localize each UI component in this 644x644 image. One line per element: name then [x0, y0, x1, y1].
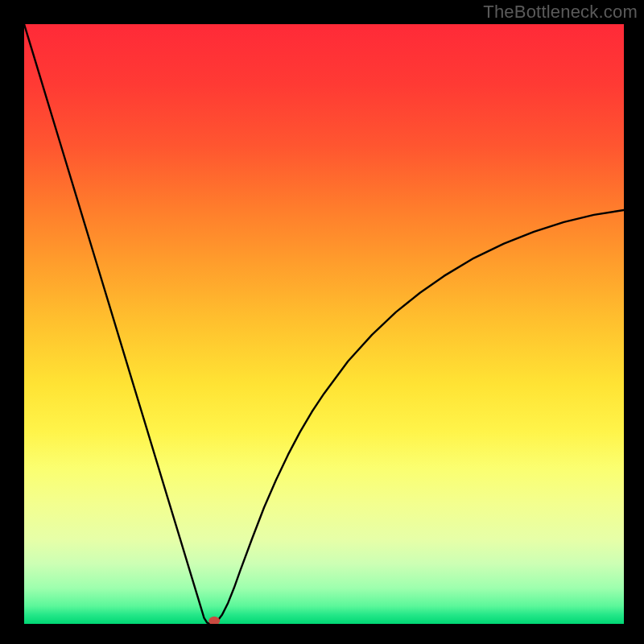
watermark-text: TheBottleneck.com	[483, 2, 638, 23]
plot-area	[24, 24, 624, 624]
chart-frame: TheBottleneck.com	[0, 0, 644, 644]
chart-svg	[24, 24, 624, 624]
